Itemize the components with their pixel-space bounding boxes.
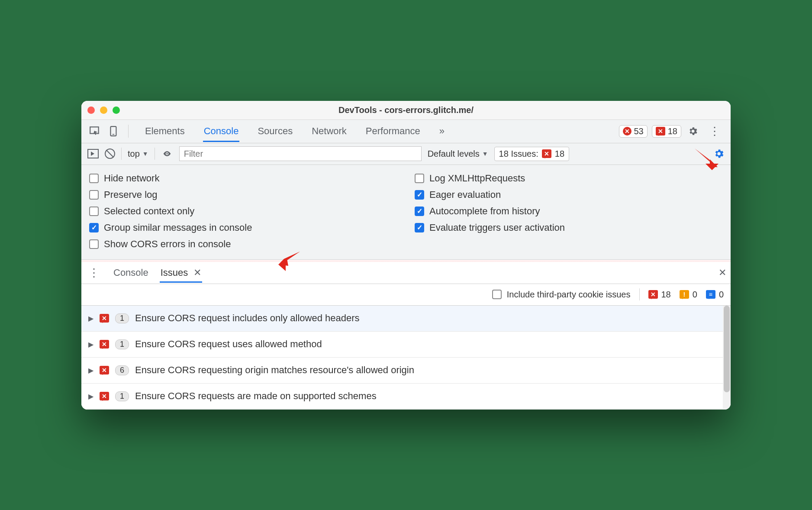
info-issue-icon: ≡: [706, 290, 715, 299]
close-drawer-icon[interactable]: ✕: [719, 267, 726, 278]
expand-icon[interactable]: ▶: [88, 366, 93, 374]
setting-hide-network[interactable]: Hide network: [89, 170, 397, 187]
tab-console[interactable]: Console: [203, 120, 240, 142]
device-toggle-icon[interactable]: [106, 124, 121, 139]
issue-row[interactable]: ▶ ✕ 6 Ensure CORS requesting origin matc…: [81, 358, 731, 384]
tab-sources[interactable]: Sources: [257, 120, 293, 142]
error-count-badge[interactable]: ✕ 53: [619, 125, 648, 138]
drawer-tab-issues[interactable]: Issues ✕: [160, 263, 202, 283]
issue-count-badge: 1: [115, 391, 129, 401]
setting-user-activation[interactable]: Evaluate triggers user activation: [415, 219, 723, 236]
console-settings-panel: Hide network Preserve log Selected conte…: [81, 165, 731, 260]
setting-label: Preserve log: [104, 189, 158, 200]
checkbox-icon: [415, 223, 424, 232]
tab-overflow[interactable]: »: [438, 120, 445, 142]
setting-label: Group similar messages in console: [104, 222, 252, 233]
issue-count-badge: 6: [115, 365, 129, 375]
issues-list: ▶ ✕ 1 Ensure CORS request includes only …: [81, 306, 731, 410]
filter-input[interactable]: [179, 146, 422, 161]
warning-issue-icon: !: [680, 290, 689, 299]
issue-type-icon: ✕: [100, 314, 109, 323]
issues-error-count[interactable]: ✕ 18: [648, 290, 671, 300]
error-issue-icon: ✕: [648, 290, 658, 299]
levels-label: Default levels: [428, 149, 480, 159]
include-third-party-checkbox[interactable]: Include third-party cookie issues: [492, 287, 631, 302]
issue-icon: ✕: [542, 149, 551, 158]
checkbox-icon: [89, 239, 99, 249]
issues-info-count[interactable]: ≡ 0: [706, 290, 724, 300]
issues-pill-count: 18: [555, 149, 564, 159]
tab-performance[interactable]: Performance: [365, 120, 421, 142]
settings-gear-icon[interactable]: [686, 124, 700, 139]
issue-type-icon: ✕: [100, 392, 109, 400]
issue-row[interactable]: ▶ ✕ 1 Ensure CORS request includes only …: [81, 306, 731, 332]
divider: [128, 125, 129, 138]
issue-title: Ensure CORS request uses allowed method: [135, 339, 322, 350]
drawer-tab-console[interactable]: Console: [113, 263, 149, 283]
setting-eager-eval[interactable]: Eager evaluation: [415, 187, 723, 203]
setting-log-xhr[interactable]: Log XMLHttpRequests: [415, 170, 723, 187]
tab-elements[interactable]: Elements: [144, 120, 186, 142]
context-label: top: [128, 149, 140, 159]
svg-rect-2: [113, 134, 114, 135]
tab-network[interactable]: Network: [311, 120, 348, 142]
setting-autocomplete-history[interactable]: Autocomplete from history: [415, 203, 723, 219]
setting-group-similar[interactable]: Group similar messages in console: [89, 219, 397, 236]
issue-row[interactable]: ▶ ✕ 1 Ensure CORS request uses allowed m…: [81, 332, 731, 358]
checkbox-icon: [89, 190, 99, 200]
issue-type-icon: ✕: [100, 366, 109, 374]
expand-icon[interactable]: ▶: [88, 314, 93, 323]
issue-count-badge[interactable]: ✕ 18: [652, 125, 681, 138]
issues-toolbar: Include third-party cookie issues ✕ 18 !…: [81, 284, 731, 306]
more-menu-icon[interactable]: ⋮: [705, 125, 725, 138]
console-settings-gear-icon[interactable]: [713, 148, 725, 159]
error-icon: ✕: [623, 127, 632, 136]
scroll-thumb[interactable]: [724, 306, 730, 392]
checkbox-icon: [89, 174, 99, 183]
issue-count-badge: 1: [115, 339, 129, 349]
log-levels-selector[interactable]: Default levels ▼: [428, 149, 488, 159]
inspect-element-icon[interactable]: [87, 124, 102, 139]
issues-warning-count[interactable]: ! 0: [680, 290, 697, 300]
issue-count: 18: [668, 126, 677, 136]
console-toolbar: top ▼ Default levels ▼ 18 Issues: ✕ 18: [81, 143, 731, 165]
error-count: 53: [634, 126, 644, 136]
scrollbar[interactable]: [723, 306, 731, 410]
expand-icon[interactable]: ▶: [88, 392, 93, 400]
checkbox-icon: [415, 190, 424, 200]
setting-label: Evaluate triggers user activation: [429, 222, 565, 233]
execution-toggle-icon[interactable]: [87, 149, 99, 158]
issues-pill[interactable]: 18 Issues: ✕ 18: [494, 147, 569, 161]
setting-label: Log XMLHttpRequests: [429, 173, 525, 184]
setting-label: Autocomplete from history: [429, 206, 540, 217]
close-tab-icon[interactable]: ✕: [193, 267, 201, 278]
devtools-window: DevTools - cors-errors.glitch.me/ Elemen…: [81, 101, 731, 410]
issue-title: Ensure CORS requesting origin matches re…: [135, 365, 414, 376]
svg-point-3: [166, 153, 168, 154]
setting-label: Show CORS errors in console: [104, 239, 231, 250]
expand-icon[interactable]: ▶: [88, 340, 93, 349]
live-expression-icon[interactable]: [161, 149, 173, 158]
divider: [639, 288, 640, 300]
third-party-label: Include third-party cookie issues: [507, 290, 631, 300]
issues-label: 18 Issues:: [499, 149, 538, 159]
issue-row[interactable]: ▶ ✕ 1 Ensure CORS requests are made on s…: [81, 384, 731, 410]
drawer-menu-icon[interactable]: ⋮: [86, 266, 102, 280]
clear-console-icon[interactable]: [105, 148, 115, 159]
main-tabs: Elements Console Sources Network Perform…: [144, 120, 445, 142]
issue-title: Ensure CORS request includes only allowe…: [135, 313, 360, 324]
divider: [121, 148, 122, 160]
setting-label: Selected context only: [104, 206, 194, 217]
checkbox-icon: [492, 290, 502, 299]
context-selector[interactable]: top ▼: [128, 149, 148, 159]
setting-show-cors-errors[interactable]: Show CORS errors in console: [89, 236, 397, 252]
count-value: 18: [661, 290, 671, 300]
setting-preserve-log[interactable]: Preserve log: [89, 187, 397, 203]
checkbox-icon: [89, 207, 99, 216]
drawer-tab-label: Issues: [161, 267, 188, 278]
checkbox-icon: [415, 174, 424, 183]
setting-label: Hide network: [104, 173, 159, 184]
issue-type-icon: ✕: [100, 340, 109, 349]
setting-selected-context[interactable]: Selected context only: [89, 203, 397, 219]
count-value: 0: [693, 290, 697, 300]
